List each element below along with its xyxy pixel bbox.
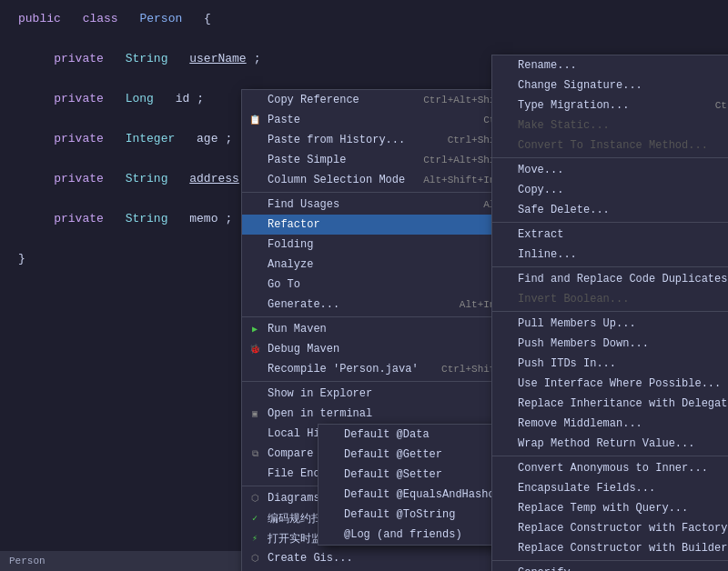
menu-item-find-usages[interactable]: Find Usages Alt+F7: [242, 195, 531, 215]
refactor-inline[interactable]: Inline... Ctrl+Alt+N: [492, 245, 728, 265]
refactor-copy-label: Copy...: [518, 184, 563, 196]
menu-item-debug-maven-label: Debug Maven: [268, 343, 339, 356]
separator-1: [242, 192, 531, 193]
menu-item-refactor[interactable]: Refactor ▶: [242, 215, 531, 235]
separator-2: [242, 316, 531, 317]
refactor-replace-constructor-builder[interactable]: Replace Constructor with Builder...: [492, 538, 728, 558]
refactor-type-migration[interactable]: Type Migration... Ctrl+Shift+F6: [492, 95, 728, 115]
menu-item-default-tostring-label: Default @ToString: [344, 508, 455, 521]
separator-3: [242, 381, 531, 382]
scan-icon: ✓: [248, 513, 262, 524]
menu-item-encoding-scan-label: 编码规约扫: [268, 511, 322, 526]
refactor-copy[interactable]: Copy... F5: [492, 180, 728, 200]
menu-item-copy-reference[interactable]: Copy Reference Ctrl+Alt+Shift+C: [242, 90, 531, 110]
refactor-invert-boolean: Invert Boolean...: [492, 289, 728, 309]
menu-item-show-explorer[interactable]: Show in Explorer: [242, 384, 531, 404]
menu-item-column-selection-label: Column Selection Mode: [268, 174, 405, 186]
refactor-make-static-label: Make Static...: [518, 119, 610, 132]
refactor-replace-temp-query-label: Replace Temp with Query...: [518, 502, 688, 515]
refactor-extract[interactable]: Extract ▶: [492, 225, 728, 245]
refactor-convert-anonymous[interactable]: Convert Anonymous to Inner...: [492, 458, 728, 478]
refactor-generify[interactable]: Generify...: [492, 563, 728, 571]
refactor-rename-label: Rename...: [518, 59, 577, 72]
refactor-remove-middleman[interactable]: Remove Middleman...: [492, 414, 728, 434]
menu-item-paste-history[interactable]: Paste from History... Ctrl+Shift+V: [242, 130, 531, 150]
refactor-push-itds[interactable]: Push ITDs In...: [492, 354, 728, 374]
diagrams-icon: ⬡: [248, 493, 262, 504]
refactor-push-members-down[interactable]: Push Members Down...: [492, 334, 728, 354]
refactor-replace-constructor-factory[interactable]: Replace Constructor with Factory Method.…: [492, 518, 728, 538]
menu-item-copy-reference-label: Copy Reference: [268, 94, 359, 106]
refactor-type-migration-label: Type Migration...: [518, 99, 629, 112]
refactor-sep-4: [492, 311, 728, 312]
refactor-encapsulate-label: Encapsulate Fields...: [518, 482, 655, 495]
menu-item-recompile[interactable]: Recompile 'Person.java' Ctrl+Shift+F9: [242, 359, 531, 379]
refactor-use-interface-label: Use Interface Where Possible...: [518, 377, 721, 390]
refactor-push-members-down-label: Push Members Down...: [518, 337, 649, 350]
refactor-replace-temp-query[interactable]: Replace Temp with Query...: [492, 498, 728, 518]
refactor-rename[interactable]: Rename... Shift+F6: [492, 55, 728, 75]
compare-icon: ⧉: [248, 449, 262, 459]
refactor-inline-label: Inline...: [518, 248, 577, 261]
refactor-replace-constructor-factory-label: Replace Constructor with Factory Method.…: [518, 522, 728, 535]
menu-item-column-selection[interactable]: Column Selection Mode Alt+Shift+Insert: [242, 170, 531, 190]
refactor-change-signature-label: Change Signature...: [518, 79, 642, 92]
refactor-replace-constructor-builder-label: Replace Constructor with Builder...: [518, 542, 728, 555]
menu-item-generate[interactable]: Generate... Alt+Insert: [242, 295, 531, 315]
menu-item-goto[interactable]: Go To ▶: [242, 275, 531, 295]
refactor-convert-instance-label: Convert To Instance Method...: [518, 139, 708, 152]
menu-item-run-maven[interactable]: ▶ Run Maven ▶: [242, 319, 531, 339]
menu-item-refactor-label: Refactor: [268, 218, 320, 231]
paste-icon: 📋: [248, 115, 262, 125]
refactor-sep-2: [492, 222, 728, 223]
monitor-icon: ⚡: [248, 533, 262, 544]
refactor-pull-members-up-label: Pull Members Up...: [518, 317, 636, 330]
code-line-blank-1: [18, 29, 710, 49]
menu-item-folding-label: Folding: [268, 238, 313, 251]
refactor-make-static: Make Static...: [492, 115, 728, 135]
refactor-find-replace-duplicates[interactable]: Find and Replace Code Duplicates...: [492, 269, 728, 289]
menu-item-paste-label: Paste: [268, 114, 300, 126]
menu-item-debug-maven[interactable]: 🐞 Debug Maven ▶: [242, 339, 531, 359]
refactor-change-signature[interactable]: Change Signature... Ctrl+F6: [492, 75, 728, 95]
refactor-remove-middleman-label: Remove Middleman...: [518, 417, 642, 430]
menu-item-analyze[interactable]: Analyze ▶: [242, 255, 531, 275]
menu-item-default-equals-hashcode-label: Default @EqualsAndHashcode: [344, 488, 514, 501]
menu-item-open-terminal[interactable]: ▣ Open in terminal: [242, 404, 531, 424]
menu-item-create-gist-label: Create Gis...: [268, 552, 353, 565]
refactor-generify-label: Generify...: [518, 566, 590, 571]
refactor-move[interactable]: Move... F6: [492, 160, 728, 180]
menu-item-paste[interactable]: 📋 Paste Ctrl+V: [242, 110, 531, 130]
menu-item-paste-simple-label: Paste Simple: [268, 154, 346, 166]
menu-item-create-gist[interactable]: ⬡ Create Gis...: [242, 548, 531, 568]
refactor-wrap-method[interactable]: Wrap Method Return Value...: [492, 434, 728, 454]
menu-item-default-getter-label: Default @Getter: [344, 448, 442, 461]
refactor-push-itds-label: Push ITDs In...: [518, 357, 616, 370]
menu-item-folding[interactable]: Folding ▶: [242, 235, 531, 255]
refactor-move-label: Move...: [518, 164, 563, 176]
menu-item-paste-simple[interactable]: Paste Simple Ctrl+Alt+Shift+V: [242, 150, 531, 170]
refactor-safe-delete[interactable]: Safe Delete... Alt+Delete: [492, 200, 728, 220]
run-maven-icon: ▶: [248, 324, 262, 335]
refactor-pull-members-up[interactable]: Pull Members Up...: [492, 314, 728, 334]
menu-item-default-setter-label: Default @Setter: [344, 468, 442, 481]
refactor-encapsulate[interactable]: Encapsulate Fields...: [492, 478, 728, 498]
refactor-sep-3: [492, 266, 728, 267]
gist-icon: ⬡: [248, 553, 262, 564]
menu-item-show-explorer-label: Show in Explorer: [268, 387, 372, 400]
refactor-sep-6: [492, 560, 728, 561]
refactor-replace-inheritance[interactable]: Replace Inheritance with Delegation...: [492, 394, 728, 414]
menu-item-run-maven-label: Run Maven: [268, 323, 327, 336]
refactor-convert-instance: Convert To Instance Method...: [492, 135, 728, 155]
menu-item-paste-history-label: Paste from History...: [268, 134, 405, 146]
refactor-extract-label: Extract: [518, 228, 563, 241]
menu-item-recompile-label: Recompile 'Person.java': [268, 363, 419, 376]
code-line-1: public class Person {: [18, 9, 710, 29]
refactor-use-interface[interactable]: Use Interface Where Possible...: [492, 374, 728, 394]
menu-item-monitor-label: 打开实时监: [268, 531, 322, 546]
menu-item-goto-label: Go To: [268, 278, 300, 291]
menu-item-diagrams-label: Diagrams: [268, 492, 320, 505]
context-menu-refactor: Rename... Shift+F6 Change Signature... C…: [491, 55, 728, 571]
refactor-wrap-method-label: Wrap Method Return Value...: [518, 437, 694, 450]
menu-item-log-friends-label: @Log (and friends): [344, 528, 462, 541]
